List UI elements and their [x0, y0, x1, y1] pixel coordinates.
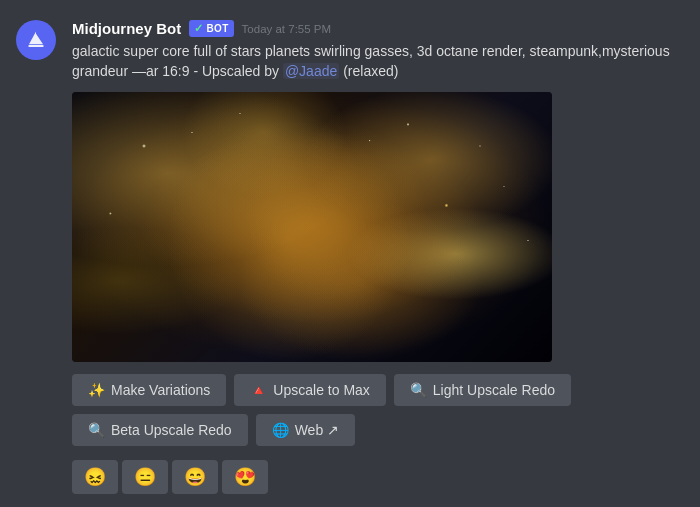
check-icon: ✓ [194, 22, 203, 34]
reaction-row: 😖 😑 😄 😍 [72, 460, 684, 494]
neutral-emoji: 😑 [134, 466, 156, 488]
make-variations-icon: ✨ [88, 382, 105, 398]
reaction-happy[interactable]: 😄 [172, 460, 218, 494]
light-upscale-label: Light Upscale Redo [433, 382, 555, 398]
reaction-tired[interactable]: 😖 [72, 460, 118, 494]
web-label: Web ↗ [295, 422, 339, 438]
light-upscale-icon: 🔍 [410, 382, 427, 398]
buttons-row-2: 🔍 Beta Upscale Redo 🌐 Web ↗ [72, 414, 684, 446]
make-variations-label: Make Variations [111, 382, 210, 398]
timestamp: Today at 7:55 PM [242, 23, 332, 35]
beta-upscale-redo-button[interactable]: 🔍 Beta Upscale Redo [72, 414, 248, 446]
reaction-neutral[interactable]: 😑 [122, 460, 168, 494]
buttons-row-1: ✨ Make Variations 🔺 Upscale to Max 🔍 Lig… [72, 374, 684, 406]
relaxed-text: (relaxed) [339, 63, 398, 79]
message-text: galactic super core full of stars planet… [72, 41, 684, 82]
tired-emoji: 😖 [84, 466, 106, 488]
svg-rect-3 [28, 45, 43, 47]
username-mention: @Jaade [283, 63, 339, 79]
generated-image [72, 92, 552, 362]
love-emoji: 😍 [234, 466, 256, 488]
message-body: Midjourney Bot ✓ BOT Today at 7:55 PM ga… [72, 20, 684, 494]
upscale-max-label: Upscale to Max [273, 382, 369, 398]
message-header: Midjourney Bot ✓ BOT Today at 7:55 PM [72, 20, 684, 37]
bot-name: Midjourney Bot [72, 20, 181, 37]
avatar [16, 20, 56, 60]
beta-upscale-label: Beta Upscale Redo [111, 422, 232, 438]
upscale-to-max-button[interactable]: 🔺 Upscale to Max [234, 374, 385, 406]
web-button[interactable]: 🌐 Web ↗ [256, 414, 355, 446]
web-icon: 🌐 [272, 422, 289, 438]
make-variations-button[interactable]: ✨ Make Variations [72, 374, 226, 406]
upscale-prefix: - Upscaled by [190, 63, 283, 79]
reaction-love[interactable]: 😍 [222, 460, 268, 494]
galaxy-image-visual [72, 92, 552, 362]
message-container: Midjourney Bot ✓ BOT Today at 7:55 PM ga… [16, 20, 684, 494]
beta-upscale-icon: 🔍 [88, 422, 105, 438]
light-upscale-redo-button[interactable]: 🔍 Light Upscale Redo [394, 374, 571, 406]
bot-badge: ✓ BOT [189, 20, 233, 37]
happy-emoji: 😄 [184, 466, 206, 488]
upscale-max-icon: 🔺 [250, 382, 267, 398]
